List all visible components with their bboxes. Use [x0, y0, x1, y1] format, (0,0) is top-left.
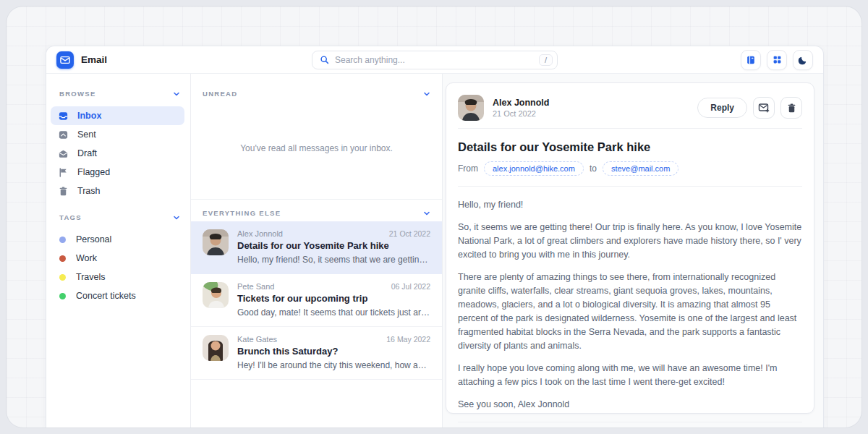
chevron-down-icon[interactable] — [423, 90, 430, 98]
chevron-down-icon[interactable] — [423, 210, 430, 217]
sidebar-item-label: Draft — [77, 148, 97, 158]
mail-sender: Kate Gates — [237, 335, 277, 344]
sender-info: Alex Jonnold 21 Oct 2022 — [493, 98, 549, 118]
sidebar-item-label: Inbox — [77, 111, 101, 121]
browse-section-header: BROWSE — [59, 90, 180, 98]
mail-list-item-alex[interactable]: Alex Jonnold 21 Oct 2022 Details for our… — [191, 221, 442, 274]
browse-group: BROWSE Inbox — [58, 90, 182, 200]
to-address-chip[interactable]: steve@mail.com — [603, 161, 678, 176]
browse-label: BROWSE — [59, 90, 96, 98]
tags-group: TAGS Personal Work — [58, 213, 182, 305]
body-paragraph: See you soon, Alex Jonnold — [458, 398, 802, 412]
reading-pane: Alex Jonnold 21 Oct 2022 Reply — [443, 74, 823, 427]
email-app-window: Email / — [46, 46, 824, 427]
sidebar-item-inbox[interactable]: Inbox — [51, 106, 184, 125]
from-address-chip[interactable]: alex.jonnold@hike.com — [484, 161, 584, 176]
delete-email-button[interactable] — [780, 97, 802, 119]
email-detail-card: Alex Jonnold 21 Oct 2022 Reply — [446, 82, 814, 414]
app-title: Email — [81, 54, 107, 65]
mail-sender: Pete Sand — [237, 282, 274, 291]
apps-grid-button[interactable] — [767, 50, 787, 70]
search-input[interactable] — [335, 55, 533, 65]
tag-item-work[interactable]: Work — [58, 249, 182, 268]
sidebar-item-label: Trash — [77, 186, 101, 196]
tag-dot — [59, 237, 66, 243]
sidebar: BROWSE Inbox — [46, 74, 191, 427]
sidebar-item-trash[interactable]: Trash — [51, 182, 184, 200]
body-paragraph: Hello, my friend! — [458, 198, 802, 212]
tag-label: Travels — [76, 272, 106, 282]
mail-snippet: Hello, my friend! So, it seems that we a… — [237, 255, 430, 265]
email-logo-icon — [56, 51, 74, 69]
everything-else-label: EVERYTHING ELSE — [203, 209, 281, 217]
sidebar-item-label: Flagged — [77, 167, 110, 177]
email-detail-header: Alex Jonnold 21 Oct 2022 Reply — [458, 90, 802, 128]
everything-else-section: EVERYTHING ELSE Alex Jonnold 21 Oct — [191, 199, 442, 380]
chevron-down-icon[interactable] — [173, 214, 180, 221]
mail-subject: Brunch this Saturday? — [237, 346, 430, 357]
from-label: From — [458, 163, 478, 174]
mail-subject: Tickets for our upcoming trip — [237, 293, 430, 304]
dark-mode-moon-button[interactable] — [793, 50, 813, 70]
email-date: 21 Oct 2022 — [493, 109, 549, 118]
top-bar: Email / — [46, 46, 823, 74]
mail-content: Alex Jonnold 21 Oct 2022 Details for our… — [237, 229, 430, 265]
body-paragraph: There are plenty of amazing things to se… — [458, 271, 802, 353]
mail-content: Kate Gates 16 May 2022 Brunch this Satur… — [237, 335, 430, 370]
everything-else-section-header: EVERYTHING ELSE — [203, 209, 430, 217]
tag-item-personal[interactable]: Personal — [58, 230, 182, 249]
unread-section-header: UNREAD — [203, 90, 430, 98]
tag-dot — [59, 274, 66, 281]
chevron-down-icon[interactable] — [173, 90, 180, 98]
avatar — [203, 229, 229, 255]
tags-label: TAGS — [59, 213, 82, 221]
forward-email-button[interactable] — [753, 97, 775, 119]
sent-icon — [58, 129, 69, 140]
sidebar-item-sent[interactable]: Sent — [51, 125, 184, 144]
mail-list-item-pete[interactable]: Pete Sand 06 Jul 2022 Tickets for our up… — [191, 274, 442, 327]
unread-label: UNREAD — [203, 90, 237, 98]
unread-empty-message: You've read all messages in your inbox. — [191, 98, 442, 199]
mail-content: Pete Sand 06 Jul 2022 Tickets for our up… — [237, 282, 430, 318]
message-list: UNREAD You've read all messages in your … — [191, 74, 443, 427]
avatar — [458, 95, 484, 121]
desktop-background: Email / — [6, 6, 862, 428]
tag-label: Work — [76, 253, 97, 263]
email-body: Hello, my friend! So, it seems we are ge… — [458, 187, 802, 422]
body-paragraph: So, it seems we are getting there! Our t… — [458, 221, 802, 262]
inbox-icon — [58, 111, 69, 122]
email-subject: Details for our Yosemite Park hike — [458, 140, 802, 154]
tag-item-concert-tickets[interactable]: Concert tickets — [58, 286, 182, 305]
trash-icon — [58, 186, 69, 197]
divider — [458, 422, 802, 422]
notebook-button[interactable] — [741, 50, 761, 70]
mail-sender: Alex Jonnold — [237, 229, 283, 238]
avatar — [203, 282, 229, 308]
search-shortcut-badge: / — [539, 54, 553, 66]
divider — [458, 128, 802, 129]
mail-snippet: Good day, mate! It seems that our ticket… — [237, 307, 430, 318]
sidebar-item-draft[interactable]: Draft — [51, 144, 184, 163]
body-paragraph: I really hope you love coming along with… — [458, 362, 802, 389]
mail-date: 16 May 2022 — [386, 335, 430, 344]
search-box[interactable]: / — [312, 51, 558, 69]
sidebar-item-flagged[interactable]: Flagged — [51, 163, 184, 182]
sender-name: Alex Jonnold — [493, 98, 549, 108]
tags-section-header: TAGS — [59, 213, 180, 221]
search-icon — [320, 55, 329, 64]
tag-item-travels[interactable]: Travels — [58, 268, 182, 286]
avatar — [203, 335, 229, 361]
flag-icon — [58, 167, 69, 178]
tag-label: Concert tickets — [76, 291, 136, 301]
mail-date: 21 Oct 2022 — [389, 229, 430, 238]
mail-subject: Details for our Yosemite Park hike — [237, 240, 430, 251]
mail-date: 06 Jul 2022 — [391, 282, 430, 291]
top-actions — [741, 50, 813, 70]
draft-icon — [58, 148, 69, 159]
tag-dot — [59, 255, 66, 262]
tag-dot — [59, 293, 66, 299]
brand: Email — [56, 51, 107, 69]
mail-list-item-kate[interactable]: Kate Gates 16 May 2022 Brunch this Satur… — [191, 327, 442, 380]
reply-button[interactable]: Reply — [697, 98, 747, 118]
tag-label: Personal — [76, 234, 111, 244]
